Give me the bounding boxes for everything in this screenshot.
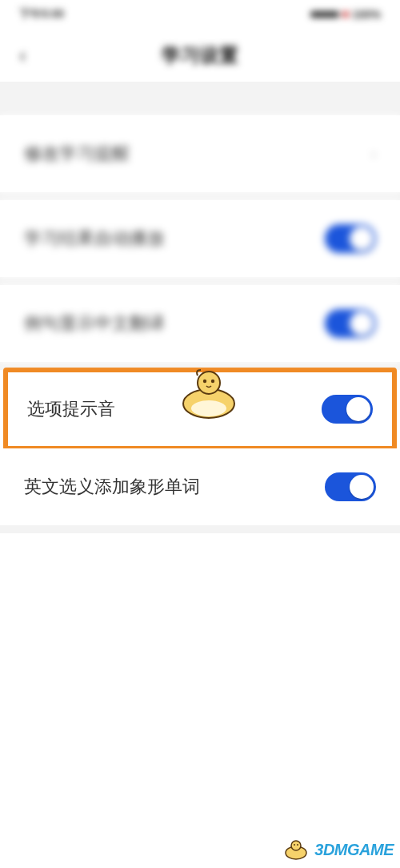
page-title: 学习设置 (162, 42, 238, 68)
status-right: 100% (310, 8, 381, 21)
setting-label: 英文选义添加象形单词 (24, 475, 200, 499)
status-bar: 下午5:00 100% (0, 0, 400, 29)
status-time: 下午5:00 (19, 7, 64, 22)
watermark: 3DMGAME (282, 839, 394, 860)
toggle-show-translation[interactable] (325, 309, 376, 338)
row-gap (0, 192, 400, 200)
setting-label: 例句显示中文翻译 (24, 311, 165, 336)
status-battery-text: 100% (352, 8, 381, 21)
status-glyph (342, 11, 349, 18)
nav-bar: ‹ 学习设置 (0, 29, 400, 82)
toggle-autoplay[interactable] (325, 224, 376, 253)
empty-area (0, 533, 400, 868)
svg-point-7 (294, 844, 295, 846)
svg-point-8 (297, 844, 298, 846)
setting-row-autoplay[interactable]: 学习结果自动播放 (0, 200, 400, 277)
setting-row-pictograph[interactable]: 英文选义添加象形单词 (0, 448, 400, 525)
back-icon[interactable]: ‹ (19, 43, 26, 68)
watermark-text: 3DMGAME (314, 841, 394, 859)
row-gap (0, 525, 400, 533)
toggle-knob (350, 311, 374, 336)
status-glyph (310, 11, 339, 18)
chevron-right-icon: › (371, 146, 376, 163)
setting-row-plan[interactable]: 修改学习提醒 › (0, 115, 400, 192)
setting-label: 学习结果自动播放 (24, 227, 165, 251)
setting-label: 选项提示音 (27, 397, 115, 421)
svg-point-6 (291, 841, 301, 850)
toggle-option-sound[interactable] (322, 395, 373, 424)
toggle-knob (350, 227, 374, 251)
toggle-knob (346, 397, 370, 421)
section-gap (0, 82, 400, 115)
setting-row-option-sound[interactable]: 选项提示音 (8, 372, 392, 446)
toggle-pictograph[interactable] (325, 472, 376, 501)
setting-label: 修改学习提醒 (24, 142, 130, 166)
mascot-icon (282, 839, 310, 860)
toggle-knob (350, 475, 374, 499)
highlight-frame: 选项提示音 (3, 368, 397, 451)
setting-row-show-translation[interactable]: 例句显示中文翻译 (0, 285, 400, 362)
row-gap (0, 277, 400, 285)
